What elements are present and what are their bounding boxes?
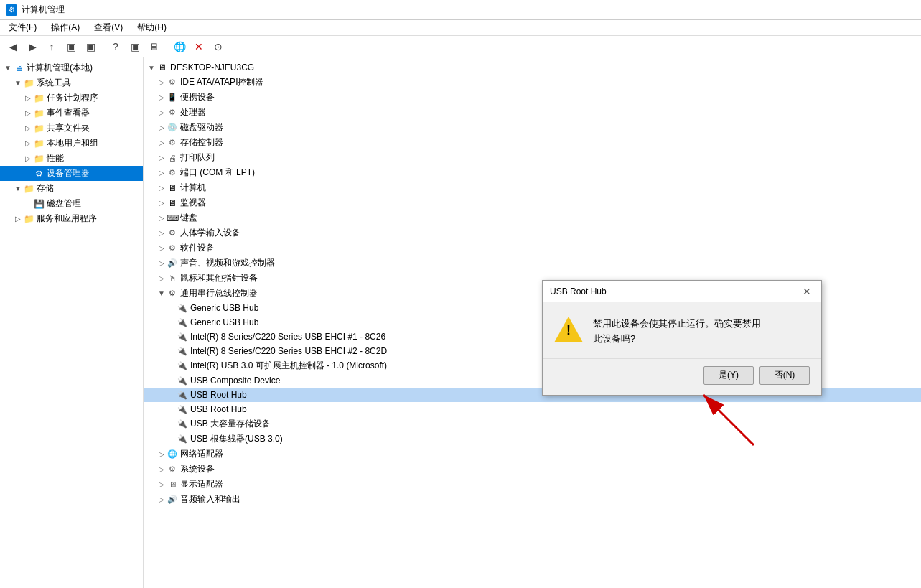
dialog-close-button[interactable]: ✕ — [800, 284, 814, 299]
dialog-overlay: USB Root Hub ✕ ! 禁用此设备会使其停止运行。确实要禁用此设备吗?… — [0, 0, 921, 588]
dialog-usb-root-hub: USB Root Hub ✕ ! 禁用此设备会使其停止运行。确实要禁用此设备吗?… — [542, 280, 822, 396]
warning-exclaim: ! — [566, 324, 571, 337]
dialog-message: 禁用此设备会使其停止运行。确实要禁用此设备吗? — [593, 317, 761, 347]
dialog-body: ! 禁用此设备会使其停止运行。确实要禁用此设备吗? — [543, 302, 821, 358]
dialog-titlebar: USB Root Hub ✕ — [543, 281, 821, 302]
dialog-buttons: 是(Y) 否(N) — [543, 359, 821, 395]
dialog-yes-button[interactable]: 是(Y) — [703, 366, 754, 385]
dialog-no-button[interactable]: 否(N) — [759, 366, 810, 385]
warning-icon: ! — [554, 317, 583, 345]
dialog-title: USB Root Hub — [550, 286, 607, 297]
